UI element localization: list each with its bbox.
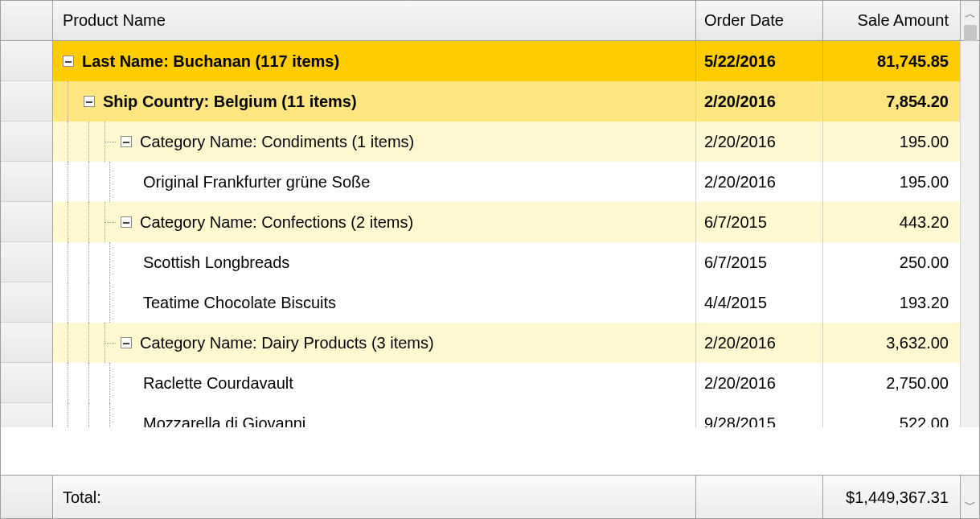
footer-total-label: Total: (53, 476, 696, 519)
cell-date: 2/20/2016 (696, 81, 823, 122)
cell-amount: 195.00 (823, 162, 960, 202)
scrollbar-track[interactable] (960, 242, 979, 282)
cell-date: 2/20/2016 (696, 363, 823, 403)
row-indicator-header (1, 1, 53, 41)
cell-product-name: Teatime Chocolate Biscuits (143, 294, 336, 312)
cell-amount: 195.00 (823, 122, 960, 162)
group-row-category[interactable]: Category Name: Dairy Products (3 items) … (1, 323, 979, 363)
cell-date: 2/20/2016 (696, 162, 823, 202)
row-indicator (1, 41, 53, 81)
scrollbar-track[interactable] (960, 202, 979, 242)
cell-product-name: Raclette Courdavault (143, 374, 293, 393)
row-indicator (1, 282, 53, 323)
scrollbar-track[interactable] (960, 41, 979, 81)
scroll-down-icon[interactable]: ﹀ (964, 498, 977, 513)
row-indicator (1, 363, 53, 403)
row-indicator (1, 403, 53, 427)
group-row-lastname[interactable]: Last Name: Buchanan (117 items) 5/22/201… (1, 41, 979, 81)
cell-date: 5/22/2016 (696, 41, 823, 81)
row-indicator-footer (1, 476, 53, 519)
group-row-category[interactable]: Category Name: Condiments (1 items) 2/20… (1, 122, 979, 162)
cell-amount: 522.00 (823, 403, 960, 427)
cell-date: 9/28/2015 (696, 403, 823, 427)
cell-date: 4/4/2015 (696, 282, 823, 323)
scrollbar-track[interactable]: ﹀ (960, 476, 979, 519)
footer-total-amount: $1,449,367.31 (823, 476, 960, 519)
scrollbar-track[interactable] (960, 81, 979, 122)
cell-product-name: Mozzarella di Giovanni (143, 414, 305, 428)
collapse-icon[interactable] (121, 337, 132, 348)
row-indicator (1, 202, 53, 242)
group-label: Category Name: Dairy Products (3 items) (140, 334, 434, 352)
scroll-up-icon[interactable]: ︿ (964, 7, 977, 22)
collapse-icon[interactable] (121, 136, 132, 147)
group-row-shipcountry[interactable]: Ship Country: Belgium (11 items) 2/20/20… (1, 81, 979, 122)
cell-amount: 443.20 (823, 202, 960, 242)
data-grid: Product Name Order Date Sale Amount ︿ La… (0, 0, 980, 519)
cell-amount: 7,854.20 (823, 81, 960, 122)
cell-product-name: Scottish Longbreads (143, 253, 289, 272)
row-indicator (1, 81, 53, 122)
row-indicator (1, 242, 53, 282)
collapse-icon[interactable] (84, 96, 95, 107)
group-label: Last Name: Buchanan (117 items) (82, 52, 339, 71)
cell-date: 2/20/2016 (696, 323, 823, 363)
cell-date: 2/20/2016 (696, 122, 823, 162)
cell-amount: 81,745.85 (823, 41, 960, 81)
scrollbar-track[interactable] (960, 363, 979, 403)
data-row[interactable]: Mozzarella di Giovanni 9/28/2015 522.00 (1, 403, 979, 427)
scrollbar-track[interactable] (960, 403, 979, 427)
data-row[interactable]: Raclette Courdavault 2/20/2016 2,750.00 (1, 363, 979, 403)
data-row[interactable]: Scottish Longbreads 6/7/2015 250.00 (1, 242, 979, 282)
column-header-row: Product Name Order Date Sale Amount ︿ (1, 1, 979, 41)
cell-date: 6/7/2015 (696, 202, 823, 242)
summary-footer-row: Total: $1,449,367.31 ﹀ (1, 475, 979, 518)
cell-amount: 3,632.00 (823, 323, 960, 363)
column-header-product-name[interactable]: Product Name (53, 1, 696, 41)
collapse-icon[interactable] (121, 216, 132, 228)
data-row[interactable]: Original Frankfurter grüne Soße 2/20/201… (1, 162, 979, 202)
group-label: Category Name: Confections (2 items) (140, 213, 413, 232)
scrollbar-track[interactable] (960, 282, 979, 323)
cell-amount: 2,750.00 (823, 363, 960, 403)
group-label: Ship Country: Belgium (11 items) (103, 93, 357, 111)
scrollbar-track[interactable]: ︿ (960, 1, 979, 41)
column-header-sale-amount[interactable]: Sale Amount (823, 1, 960, 41)
column-header-order-date[interactable]: Order Date (696, 1, 823, 41)
scrollbar-track[interactable] (960, 122, 979, 162)
cell-date: 6/7/2015 (696, 242, 823, 282)
data-row[interactable]: Teatime Chocolate Biscuits 4/4/2015 193.… (1, 282, 979, 323)
scrollbar-track[interactable] (960, 162, 979, 202)
group-row-category[interactable]: Category Name: Confections (2 items) 6/7… (1, 202, 979, 242)
scrollbar-track[interactable] (960, 323, 979, 363)
footer-date-empty (696, 476, 823, 519)
collapse-icon[interactable] (63, 56, 74, 67)
cell-amount: 250.00 (823, 242, 960, 282)
row-indicator (1, 162, 53, 202)
group-label: Category Name: Condiments (1 items) (140, 133, 414, 151)
cell-product-name: Original Frankfurter grüne Soße (143, 173, 370, 192)
cell-amount: 193.20 (823, 282, 960, 323)
row-indicator (1, 323, 53, 363)
row-indicator (1, 122, 53, 162)
